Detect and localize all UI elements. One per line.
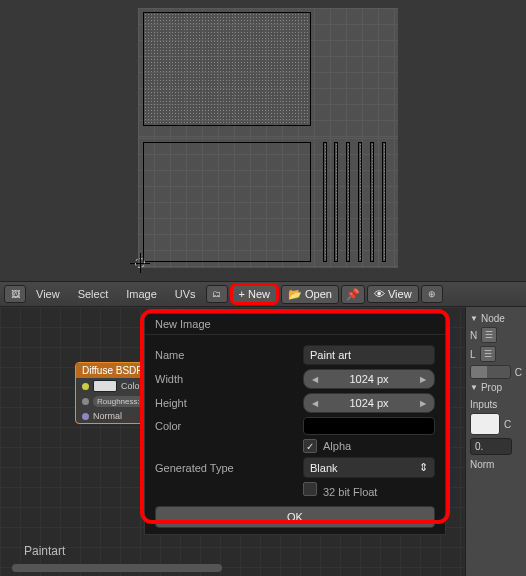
input-color-swatch[interactable]: [470, 413, 500, 435]
chevron-left-icon: ◀: [312, 375, 318, 384]
uv-editor-header: 🖼 View Select Image UVs 🗂 + New 📂 Open 📌…: [0, 281, 526, 307]
new-label: New: [248, 288, 270, 300]
panel-header-node[interactable]: ▼Node: [470, 313, 522, 324]
uv-image-editor-viewport[interactable]: [0, 0, 526, 281]
chevron-left-icon: ◀: [312, 399, 318, 408]
uv-island[interactable]: [143, 12, 311, 126]
slider[interactable]: [470, 365, 511, 379]
open-image-button[interactable]: 📂 Open: [281, 285, 339, 304]
chevron-down-icon: ▼: [470, 314, 478, 323]
2d-cursor[interactable]: [130, 253, 150, 273]
popup-title: New Image: [145, 314, 445, 335]
open-label: Open: [305, 288, 332, 300]
plus-icon: +: [239, 288, 245, 300]
pin-button[interactable]: 📌: [341, 285, 365, 304]
label-32bit: 32 bit Float: [323, 486, 377, 498]
toggle-c[interactable]: C: [515, 367, 522, 378]
uv-island[interactable]: [370, 142, 374, 262]
label-name: Name: [155, 349, 303, 361]
field-l-button[interactable]: ☰: [480, 346, 496, 362]
menu-image[interactable]: Image: [118, 288, 165, 300]
socket-color-icon[interactable]: [82, 383, 89, 390]
inputs-label: Inputs: [470, 399, 522, 410]
mode-view-button[interactable]: 👁 View: [367, 285, 419, 303]
node-properties-panel: ▼Node N☰ L☰ C ▼Prop Inputs C 0. Norm: [465, 307, 526, 576]
editor-type-selector-icon[interactable]: 🖼: [4, 285, 26, 303]
new-image-popup: New Image Name Paint art Width ◀1024 px▶…: [144, 313, 446, 535]
pin-icon: 📌: [346, 288, 360, 301]
label-generated-type: Generated Type: [155, 462, 303, 474]
field-n-button[interactable]: ☰: [481, 327, 497, 343]
uv-island[interactable]: [143, 142, 311, 262]
menu-uvs[interactable]: UVs: [167, 288, 204, 300]
label-n: N: [470, 330, 477, 341]
node-row-normal-label: Normal: [93, 411, 122, 421]
image-name-label: Paintart: [24, 544, 65, 558]
menu-view[interactable]: View: [28, 288, 68, 300]
label-l: L: [470, 349, 476, 360]
uv-island[interactable]: [323, 142, 327, 262]
width-input[interactable]: ◀1024 px▶: [303, 369, 435, 389]
uv-island[interactable]: [334, 142, 338, 262]
uv-island[interactable]: [358, 142, 362, 262]
chevron-right-icon: ▶: [420, 375, 426, 384]
folder-icon: 📂: [288, 288, 302, 301]
ok-button[interactable]: OK: [155, 506, 435, 528]
numeric-field[interactable]: 0.: [470, 438, 512, 455]
view-label: View: [388, 288, 412, 300]
color-input[interactable]: [303, 417, 435, 435]
scrollbar[interactable]: [12, 564, 222, 572]
pivot-selector-icon[interactable]: ⊕: [421, 285, 443, 303]
uv-island[interactable]: [346, 142, 350, 262]
alpha-checkbox[interactable]: ✓: [303, 439, 317, 453]
socket-normal-icon[interactable]: [82, 413, 89, 420]
name-input[interactable]: Paint art: [303, 345, 435, 365]
socket-roughness-icon[interactable]: [82, 398, 89, 405]
eye-icon: 👁: [374, 288, 385, 300]
label-c: C: [504, 419, 511, 430]
chevron-down-icon: ▼: [470, 383, 478, 392]
color-swatch[interactable]: [93, 380, 117, 392]
label-color: Color: [155, 420, 303, 432]
label-height: Height: [155, 397, 303, 409]
menu-select[interactable]: Select: [70, 288, 117, 300]
norm-label: Norm: [470, 459, 522, 470]
uv-island[interactable]: [382, 142, 386, 262]
chevron-right-icon: ▶: [420, 399, 426, 408]
label-alpha: Alpha: [323, 440, 351, 452]
new-image-button[interactable]: + New: [230, 283, 279, 305]
height-input[interactable]: ◀1024 px▶: [303, 393, 435, 413]
browse-image-icon[interactable]: 🗂: [206, 285, 228, 303]
generated-type-select[interactable]: Blank⇕: [303, 457, 435, 478]
label-width: Width: [155, 373, 303, 385]
32bit-checkbox[interactable]: [303, 482, 317, 496]
node-row-color-label: Color: [121, 381, 143, 391]
updown-icon: ⇕: [419, 461, 428, 474]
panel-header-prop[interactable]: ▼Prop: [470, 382, 522, 393]
